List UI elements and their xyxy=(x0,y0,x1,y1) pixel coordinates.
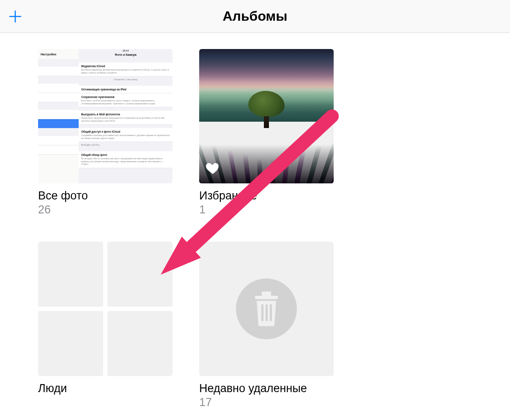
people-grid-thumb xyxy=(38,242,173,376)
album-title: Все фото xyxy=(38,189,173,202)
nav-header: Альбомы xyxy=(0,0,510,33)
album-thumbnail: Настройки xyxy=(38,49,173,183)
settings-screenshot-thumb: Настройки xyxy=(38,49,173,183)
thumb-foot: ВКЛАДКА «ФОТО» xyxy=(79,142,173,148)
lavender-photo-thumb xyxy=(199,49,334,183)
thumb-row-desc: Вся Ваша медиатека автоматически выгружа… xyxy=(81,68,170,74)
people-placeholder xyxy=(107,242,173,307)
thumb-row-heading: Оптимизация хранилища на iPad xyxy=(81,88,170,91)
thumb-row-heading: Общий обзор фото xyxy=(81,153,170,156)
thumb-row-desc: Новые фото автоматически выгружаются и о… xyxy=(81,117,170,122)
plus-icon xyxy=(8,9,23,24)
albums-grid-container: Настройки xyxy=(0,33,510,409)
album-recently-deleted[interactable]: Недавно удаленные 17 xyxy=(199,242,334,409)
add-album-button[interactable] xyxy=(5,6,25,27)
people-placeholder xyxy=(38,311,103,376)
thumb-row-heading: Выгрузить в Мой фотопоток xyxy=(81,113,170,116)
svg-rect-6 xyxy=(270,304,272,321)
album-all-photos[interactable]: Настройки xyxy=(38,49,173,216)
thumb-time: 18:44 xyxy=(79,49,173,52)
trash-icon xyxy=(252,292,281,326)
people-placeholder xyxy=(107,311,173,376)
svg-rect-2 xyxy=(255,296,278,299)
svg-rect-4 xyxy=(261,304,263,321)
album-thumbnail xyxy=(199,49,334,183)
thumb-row-desc: Если место на iPad заканчивается, фото и… xyxy=(81,99,170,105)
recently-deleted-thumb xyxy=(199,242,334,376)
album-count: 1 xyxy=(199,203,334,216)
page-title: Альбомы xyxy=(223,8,288,24)
svg-rect-5 xyxy=(266,304,268,321)
album-title: Люди xyxy=(38,382,173,395)
thumb-row-desc: Создавайте альбомы для совместного испол… xyxy=(81,134,170,139)
album-thumbnail xyxy=(199,242,334,376)
svg-rect-3 xyxy=(262,292,271,296)
album-thumbnail xyxy=(38,242,173,376)
thumb-foot: Обновлено 1 мин назад xyxy=(79,76,173,82)
heart-icon xyxy=(205,161,220,177)
thumb-row-heading: Медиатека iCloud xyxy=(81,65,170,68)
thumb-row-heading: Общий доступ к фото iCloud xyxy=(81,130,170,133)
albums-grid: Настройки xyxy=(38,49,472,409)
album-count: 17 xyxy=(199,396,334,409)
album-favorites[interactable]: Избранное 1 xyxy=(199,49,334,216)
people-placeholder xyxy=(38,242,103,307)
album-title: Недавно удаленные xyxy=(199,382,334,395)
thumb-row-heading: Сохранение оригиналов xyxy=(81,95,170,98)
album-title: Избранное xyxy=(199,189,334,202)
album-people[interactable]: Люди xyxy=(38,242,173,409)
thumb-row-desc: Во вкладке «Фото» показаны все фото, нах… xyxy=(81,157,170,166)
thumb-sidebar-title: Настройки xyxy=(38,49,79,59)
album-count: 26 xyxy=(38,203,173,216)
